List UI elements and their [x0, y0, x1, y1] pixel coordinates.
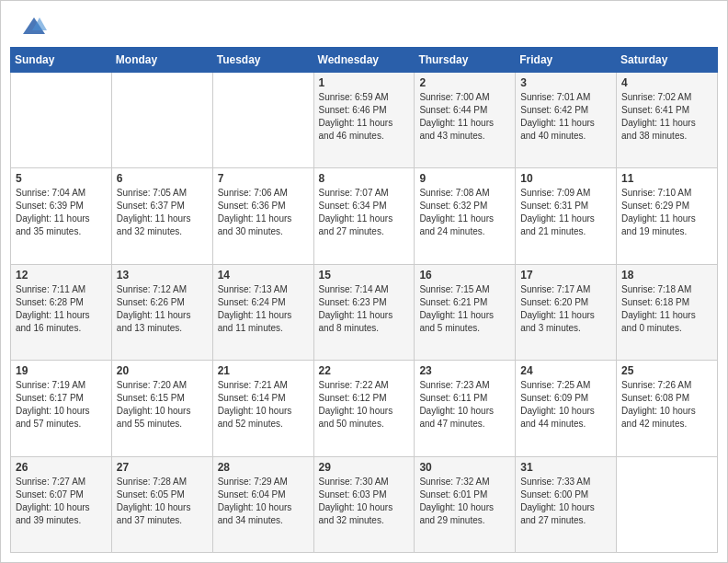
day-number: 5 [16, 172, 107, 185]
day-cell-4-7: 25Sunrise: 7:26 AM Sunset: 6:08 PM Dayli… [617, 361, 718, 456]
day-number: 31 [520, 461, 611, 474]
day-cell-2-5: 9Sunrise: 7:08 AM Sunset: 6:32 PM Daylig… [415, 168, 516, 264]
day-cell-2-6: 10Sunrise: 7:09 AM Sunset: 6:31 PM Dayli… [516, 168, 617, 264]
day-info: Sunrise: 7:06 AM Sunset: 6:36 PM Dayligh… [218, 187, 309, 238]
day-cell-5-4: 29Sunrise: 7:30 AM Sunset: 6:03 PM Dayli… [313, 456, 415, 552]
day-number: 25 [621, 364, 712, 377]
day-cell-3-6: 17Sunrise: 7:17 AM Sunset: 6:20 PM Dayli… [516, 264, 617, 360]
day-cell-5-7 [617, 456, 718, 552]
day-info: Sunrise: 7:10 AM Sunset: 6:29 PM Dayligh… [621, 187, 712, 238]
day-number: 29 [319, 461, 410, 474]
col-header-friday: Friday [516, 48, 617, 73]
day-cell-4-2: 20Sunrise: 7:20 AM Sunset: 6:15 PM Dayli… [111, 361, 212, 456]
day-cell-3-5: 16Sunrise: 7:15 AM Sunset: 6:21 PM Dayli… [415, 264, 516, 360]
day-cell-5-5: 30Sunrise: 7:32 AM Sunset: 6:01 PM Dayli… [415, 456, 516, 552]
day-info: Sunrise: 6:59 AM Sunset: 6:46 PM Dayligh… [319, 91, 410, 143]
day-cell-3-2: 13Sunrise: 7:12 AM Sunset: 6:26 PM Dayli… [111, 264, 212, 360]
day-info: Sunrise: 7:19 AM Sunset: 6:17 PM Dayligh… [16, 379, 107, 431]
day-cell-1-4: 1Sunrise: 6:59 AM Sunset: 6:46 PM Daylig… [313, 73, 415, 168]
day-number: 19 [16, 364, 107, 377]
col-header-tuesday: Tuesday [212, 48, 313, 73]
logo-icon [21, 14, 47, 40]
day-cell-5-6: 31Sunrise: 7:33 AM Sunset: 6:00 PM Dayli… [516, 456, 617, 552]
day-info: Sunrise: 7:29 AM Sunset: 6:04 PM Dayligh… [218, 476, 309, 527]
day-cell-1-1 [11, 73, 112, 168]
page: Sunday Monday Tuesday Wednesday Thursday… [0, 0, 728, 563]
day-number: 26 [16, 461, 107, 474]
day-number: 30 [419, 461, 510, 474]
day-cell-3-4: 15Sunrise: 7:14 AM Sunset: 6:23 PM Dayli… [313, 264, 415, 360]
day-number: 22 [319, 364, 410, 377]
day-cell-2-7: 11Sunrise: 7:10 AM Sunset: 6:29 PM Dayli… [617, 168, 718, 264]
day-cell-4-1: 19Sunrise: 7:19 AM Sunset: 6:17 PM Dayli… [11, 361, 112, 456]
day-number: 13 [117, 269, 208, 282]
header-row: Sunday Monday Tuesday Wednesday Thursday… [11, 48, 718, 73]
day-info: Sunrise: 7:20 AM Sunset: 6:15 PM Dayligh… [117, 379, 208, 431]
day-number: 9 [419, 172, 510, 185]
day-number: 11 [621, 172, 712, 185]
day-number: 23 [419, 364, 510, 377]
day-info: Sunrise: 7:09 AM Sunset: 6:31 PM Dayligh… [520, 187, 611, 238]
day-info: Sunrise: 7:12 AM Sunset: 6:26 PM Dayligh… [117, 283, 208, 335]
week-row-3: 12Sunrise: 7:11 AM Sunset: 6:28 PM Dayli… [11, 264, 718, 360]
day-cell-1-2 [111, 73, 212, 168]
day-cell-4-5: 23Sunrise: 7:23 AM Sunset: 6:11 PM Dayli… [415, 361, 516, 456]
day-info: Sunrise: 7:27 AM Sunset: 6:07 PM Dayligh… [16, 476, 107, 527]
day-cell-3-1: 12Sunrise: 7:11 AM Sunset: 6:28 PM Dayli… [11, 264, 112, 360]
day-info: Sunrise: 7:30 AM Sunset: 6:03 PM Dayligh… [319, 476, 410, 527]
day-number: 14 [218, 269, 309, 282]
day-cell-2-2: 6Sunrise: 7:05 AM Sunset: 6:37 PM Daylig… [111, 168, 212, 264]
day-number: 2 [419, 76, 510, 89]
day-info: Sunrise: 7:05 AM Sunset: 6:37 PM Dayligh… [117, 187, 208, 238]
day-info: Sunrise: 7:02 AM Sunset: 6:41 PM Dayligh… [621, 91, 712, 143]
day-number: 10 [520, 172, 611, 185]
calendar-table: Sunday Monday Tuesday Wednesday Thursday… [10, 47, 718, 553]
day-info: Sunrise: 7:22 AM Sunset: 6:12 PM Dayligh… [319, 379, 410, 431]
day-cell-5-2: 27Sunrise: 7:28 AM Sunset: 6:05 PM Dayli… [111, 456, 212, 552]
day-info: Sunrise: 7:25 AM Sunset: 6:09 PM Dayligh… [520, 379, 611, 431]
day-info: Sunrise: 7:01 AM Sunset: 6:42 PM Dayligh… [520, 91, 611, 143]
day-cell-2-4: 8Sunrise: 7:07 AM Sunset: 6:34 PM Daylig… [313, 168, 415, 264]
week-row-1: 1Sunrise: 6:59 AM Sunset: 6:46 PM Daylig… [11, 73, 718, 168]
day-number: 18 [621, 269, 712, 282]
day-number: 8 [319, 172, 410, 185]
week-row-2: 5Sunrise: 7:04 AM Sunset: 6:39 PM Daylig… [11, 168, 718, 264]
day-cell-4-3: 21Sunrise: 7:21 AM Sunset: 6:14 PM Dayli… [212, 361, 313, 456]
logo [17, 14, 47, 40]
week-row-5: 26Sunrise: 7:27 AM Sunset: 6:07 PM Dayli… [11, 456, 718, 552]
day-cell-4-6: 24Sunrise: 7:25 AM Sunset: 6:09 PM Dayli… [516, 361, 617, 456]
day-info: Sunrise: 7:13 AM Sunset: 6:24 PM Dayligh… [218, 283, 309, 335]
col-header-wednesday: Wednesday [313, 48, 415, 73]
day-number: 1 [319, 76, 410, 89]
col-header-thursday: Thursday [415, 48, 516, 73]
day-number: 21 [218, 364, 309, 377]
col-header-saturday: Saturday [617, 48, 718, 73]
day-cell-2-3: 7Sunrise: 7:06 AM Sunset: 6:36 PM Daylig… [212, 168, 313, 264]
day-info: Sunrise: 7:08 AM Sunset: 6:32 PM Dayligh… [419, 187, 510, 238]
day-cell-5-1: 26Sunrise: 7:27 AM Sunset: 6:07 PM Dayli… [11, 456, 112, 552]
day-info: Sunrise: 7:18 AM Sunset: 6:18 PM Dayligh… [621, 283, 712, 335]
day-info: Sunrise: 7:11 AM Sunset: 6:28 PM Dayligh… [16, 283, 107, 335]
day-number: 16 [419, 269, 510, 282]
day-number: 3 [520, 76, 611, 89]
day-info: Sunrise: 7:23 AM Sunset: 6:11 PM Dayligh… [419, 379, 510, 431]
day-cell-4-4: 22Sunrise: 7:22 AM Sunset: 6:12 PM Dayli… [313, 361, 415, 456]
day-cell-1-5: 2Sunrise: 7:00 AM Sunset: 6:44 PM Daylig… [415, 73, 516, 168]
day-number: 4 [621, 76, 712, 89]
day-cell-3-3: 14Sunrise: 7:13 AM Sunset: 6:24 PM Dayli… [212, 264, 313, 360]
day-cell-1-7: 4Sunrise: 7:02 AM Sunset: 6:41 PM Daylig… [617, 73, 718, 168]
day-info: Sunrise: 7:04 AM Sunset: 6:39 PM Dayligh… [16, 187, 107, 238]
col-header-sunday: Sunday [11, 48, 112, 73]
header [1, 1, 727, 47]
day-cell-2-1: 5Sunrise: 7:04 AM Sunset: 6:39 PM Daylig… [11, 168, 112, 264]
day-cell-5-3: 28Sunrise: 7:29 AM Sunset: 6:04 PM Dayli… [212, 456, 313, 552]
day-number: 28 [218, 461, 309, 474]
day-cell-3-7: 18Sunrise: 7:18 AM Sunset: 6:18 PM Dayli… [617, 264, 718, 360]
day-info: Sunrise: 7:07 AM Sunset: 6:34 PM Dayligh… [319, 187, 410, 238]
day-info: Sunrise: 7:26 AM Sunset: 6:08 PM Dayligh… [621, 379, 712, 431]
day-number: 6 [117, 172, 208, 185]
col-header-monday: Monday [111, 48, 212, 73]
day-info: Sunrise: 7:00 AM Sunset: 6:44 PM Dayligh… [419, 91, 510, 143]
day-number: 12 [16, 269, 107, 282]
day-number: 17 [520, 269, 611, 282]
